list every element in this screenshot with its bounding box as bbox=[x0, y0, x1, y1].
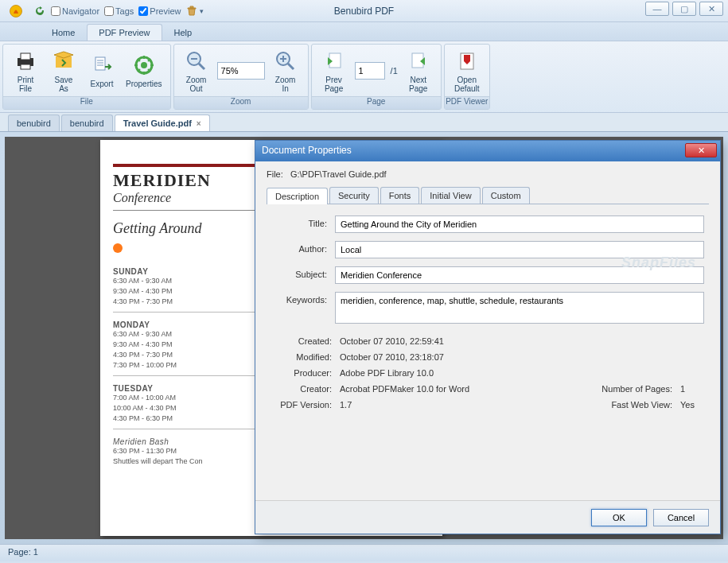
author-label: Author: bbox=[271, 241, 335, 254]
tab-initial-view[interactable]: Initial View bbox=[421, 187, 480, 204]
dropdown-icon[interactable]: ▾ bbox=[200, 7, 204, 15]
print-file-button[interactable]: PrintFile bbox=[8, 47, 43, 95]
pages-label: Number of Pages: bbox=[585, 384, 680, 394]
prev-page-button[interactable]: PrevPage bbox=[317, 47, 352, 95]
close-icon[interactable]: × bbox=[197, 119, 201, 128]
refresh-icon[interactable] bbox=[33, 5, 46, 17]
app-icon bbox=[5, 2, 27, 21]
modified-label: Modified: bbox=[271, 352, 340, 362]
statusbar: Page: 1 bbox=[0, 544, 728, 561]
ribbon-group-file: PrintFile SaveAs Export Properties File bbox=[2, 44, 171, 110]
navigator-label: Navigator bbox=[62, 6, 99, 16]
zoom-in-button[interactable]: ZoomIn bbox=[268, 47, 303, 95]
page-input[interactable] bbox=[355, 62, 385, 80]
preview-check[interactable]: Preview bbox=[138, 6, 181, 16]
tags-label: Tags bbox=[115, 6, 134, 16]
ok-button[interactable]: OK bbox=[591, 509, 647, 526]
svg-line-11 bbox=[288, 64, 294, 69]
maximize-button[interactable]: ▢ bbox=[672, 2, 696, 16]
tab-pdf-preview[interactable]: PDF Preview bbox=[87, 24, 162, 41]
svg-point-6 bbox=[141, 62, 147, 68]
tab-security[interactable]: Security bbox=[329, 187, 379, 204]
tab-home[interactable]: Home bbox=[40, 24, 87, 41]
status-page: Page: 1 bbox=[8, 547, 38, 557]
doc-tabstrip: benubird benubird Travel Guide.pdf× bbox=[0, 113, 728, 132]
close-button[interactable]: ✕ bbox=[699, 2, 723, 16]
tab-fonts[interactable]: Fonts bbox=[380, 187, 420, 204]
svg-rect-4 bbox=[95, 57, 105, 70]
document-properties-dialog: Document Properties ✕ File: G:\PDF\Trave… bbox=[255, 140, 721, 534]
window-controls: ― ▢ ✕ bbox=[645, 2, 723, 16]
subject-field[interactable] bbox=[335, 266, 704, 284]
page-total: /1 bbox=[391, 66, 398, 76]
svg-rect-2 bbox=[21, 53, 30, 60]
cancel-button[interactable]: Cancel bbox=[653, 509, 709, 526]
title-field[interactable] bbox=[335, 215, 704, 233]
fastweb-value: Yes bbox=[680, 400, 704, 410]
producer-label: Producer: bbox=[271, 368, 340, 378]
creator-value: Acrobat PDFMaker 10.0 for Word bbox=[340, 384, 469, 394]
tab-description[interactable]: Description bbox=[267, 188, 328, 204]
app-title: Benubird PDF bbox=[334, 6, 394, 17]
author-field[interactable] bbox=[335, 241, 704, 258]
export-button[interactable]: Export bbox=[84, 51, 119, 90]
next-page-button[interactable]: NextPage bbox=[401, 47, 436, 95]
file-value: G:\PDF\Travel Guide.pdf bbox=[290, 169, 387, 179]
ribbon-group-zoom: ZoomOut ZoomIn Zoom bbox=[173, 44, 309, 110]
doc-tab-2[interactable]: benubird bbox=[61, 115, 113, 131]
keywords-field[interactable] bbox=[335, 292, 704, 324]
ribbon-group-page: PrevPage /1 NextPage Page bbox=[311, 44, 442, 110]
dialog-tabs: Description Security Fonts Initial View … bbox=[267, 187, 709, 204]
tab-help[interactable]: Help bbox=[162, 24, 204, 41]
subject-label: Subject: bbox=[271, 266, 335, 279]
orange-dot-icon bbox=[113, 243, 123, 253]
tab-custom[interactable]: Custom bbox=[482, 187, 530, 204]
pdfver-value: 1.7 bbox=[340, 400, 352, 410]
ribbon: PrintFile SaveAs Export Properties File … bbox=[0, 41, 728, 113]
save-as-button[interactable]: SaveAs bbox=[46, 47, 81, 95]
created-value: October 07 2010, 22:59:41 bbox=[340, 336, 444, 346]
zoom-out-button[interactable]: ZoomOut bbox=[179, 47, 214, 95]
preview-label: Preview bbox=[150, 6, 181, 16]
doc-tab-1[interactable]: benubird bbox=[8, 115, 60, 131]
open-default-button[interactable]: OpenDefault bbox=[450, 47, 485, 95]
fastweb-label: Fast Web View: bbox=[585, 400, 680, 410]
zoom-combo[interactable] bbox=[217, 62, 265, 80]
group-viewer-label: PDF Viewer bbox=[445, 96, 489, 109]
ribbon-group-viewer: OpenDefault PDF Viewer bbox=[444, 44, 490, 110]
dialog-panel: Title: Author: Subject: Keywords: Create… bbox=[267, 204, 709, 421]
pdfver-label: PDF Version: bbox=[271, 400, 340, 410]
group-file-label: File bbox=[3, 96, 170, 109]
dialog-buttons: OK Cancel bbox=[255, 500, 720, 534]
creator-label: Creator: bbox=[271, 384, 340, 394]
trash-icon[interactable] bbox=[185, 5, 198, 17]
navigator-check[interactable]: Navigator bbox=[51, 6, 99, 16]
pages-value: 1 bbox=[680, 384, 704, 394]
keywords-label: Keywords: bbox=[271, 292, 335, 305]
menu-tabs: Home PDF Preview Help bbox=[0, 22, 728, 41]
created-label: Created: bbox=[271, 336, 340, 346]
doc-tab-3[interactable]: Travel Guide.pdf× bbox=[115, 115, 210, 131]
dialog-title[interactable]: Document Properties ✕ bbox=[255, 141, 720, 161]
minimize-button[interactable]: ― bbox=[645, 2, 669, 16]
file-label: File: bbox=[267, 169, 283, 179]
group-page-label: Page bbox=[312, 96, 441, 109]
title-label: Title: bbox=[271, 215, 335, 228]
dialog-close-button[interactable]: ✕ bbox=[685, 143, 717, 157]
modified-value: October 07 2010, 23:18:07 bbox=[340, 352, 444, 362]
producer-value: Adobe PDF Library 10.0 bbox=[340, 368, 434, 378]
svg-rect-3 bbox=[21, 64, 30, 69]
tags-check[interactable]: Tags bbox=[104, 6, 134, 16]
svg-line-8 bbox=[199, 64, 204, 69]
group-zoom-label: Zoom bbox=[174, 96, 308, 109]
properties-button[interactable]: Properties bbox=[123, 51, 165, 90]
titlebar: Navigator Tags Preview ▾ Benubird PDF ― … bbox=[0, 0, 728, 22]
